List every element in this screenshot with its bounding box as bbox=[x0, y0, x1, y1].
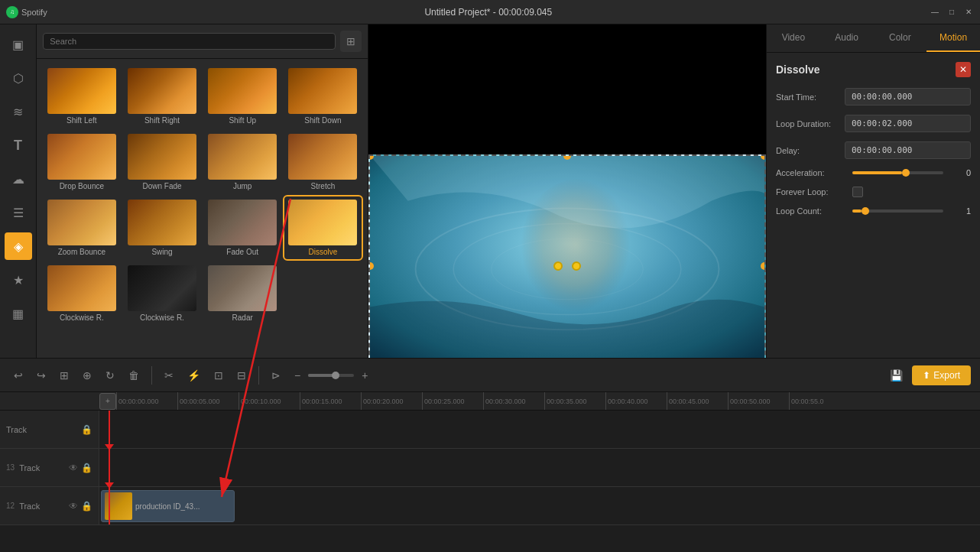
effect-zoom-bounce[interactable]: Zoom Bounce bbox=[43, 196, 120, 259]
loop-count-slider[interactable] bbox=[852, 209, 943, 213]
sidebar-item-media[interactable]: ▣ bbox=[5, 31, 32, 58]
effect-label-clockwise-r1: Clockwise R. bbox=[60, 313, 104, 322]
effect-thumbnail-shift-down bbox=[288, 68, 357, 114]
effect-label-down-fade: Down Fade bbox=[142, 182, 181, 190]
effect-label-shift-up: Shift Up bbox=[229, 116, 256, 125]
zoom-slider[interactable] bbox=[308, 374, 354, 377]
track-row-12: 12 Track 👁 🔒 production ID_43... bbox=[0, 487, 980, 525]
align-btn[interactable]: ⊟ bbox=[232, 366, 251, 385]
eye-icon-12[interactable]: 👁 bbox=[69, 501, 78, 511]
effect-dissolve[interactable]: Dissolve bbox=[284, 196, 362, 259]
save-btn[interactable]: 💾 bbox=[885, 366, 907, 385]
ruler-mark-7: 00:00:35.000 bbox=[544, 392, 605, 411]
grid-toggle-btn[interactable]: ⊞ bbox=[340, 31, 362, 52]
tab-motion[interactable]: Motion bbox=[926, 24, 980, 52]
track-row-13: 13 Track 👁 🔒 bbox=[0, 449, 980, 487]
effect-clockwise-r1[interactable]: Clockwise R. bbox=[43, 262, 120, 325]
sep1 bbox=[151, 366, 152, 385]
sidebar-item-motion[interactable]: ◈ bbox=[5, 232, 32, 260]
sidebar-item-effects[interactable]: ⬡ bbox=[5, 64, 32, 92]
ruler-mark-5: 00:00:25.000 bbox=[422, 392, 483, 411]
sidebar-item-star[interactable]: ★ bbox=[5, 266, 32, 294]
effects-search-bar: ⊞ bbox=[37, 24, 368, 59]
ruler-mark-8: 00:00:40.000 bbox=[605, 392, 667, 411]
sidebar-item-layers[interactable]: ☰ bbox=[5, 199, 32, 226]
minimize-btn[interactable]: — bbox=[930, 7, 940, 18]
playhead-13 bbox=[109, 449, 110, 486]
effect-thumbnail-clockwise-r2 bbox=[128, 265, 196, 311]
close-btn-window[interactable]: ✕ bbox=[963, 7, 974, 18]
titlebar: ♫ Spotify Untitled Project* - 00:00:09.0… bbox=[0, 0, 980, 24]
effect-thumbnail-shift-left bbox=[47, 68, 116, 114]
ruler-mark-6: 00:00:30.000 bbox=[483, 392, 544, 411]
clip-production-id[interactable]: production ID_43... bbox=[101, 490, 235, 522]
effect-swing[interactable]: Swing bbox=[123, 196, 200, 259]
effect-thumbnail-drop-bounce bbox=[47, 134, 116, 180]
effect-shift-left[interactable]: Shift Left bbox=[43, 65, 120, 128]
effect-jump[interactable]: Jump bbox=[204, 131, 281, 193]
effect-shift-up[interactable]: Shift Up bbox=[204, 65, 281, 128]
export-btn[interactable]: ⬆ Export bbox=[912, 365, 971, 385]
tab-video[interactable]: Video bbox=[767, 24, 820, 52]
forever-loop-checkbox[interactable] bbox=[852, 187, 863, 197]
add-track-btn[interactable]: ⊕ bbox=[78, 366, 96, 385]
center-dot-2[interactable] bbox=[572, 261, 581, 271]
lock-icon-top[interactable]: 🔒 bbox=[81, 424, 92, 435]
zoom-out-btn[interactable]: − bbox=[290, 366, 305, 385]
handle-mr[interactable] bbox=[761, 262, 766, 270]
maximize-btn[interactable]: □ bbox=[946, 7, 957, 18]
track-label-13: Track bbox=[19, 463, 40, 472]
loop-count-label: Loop Count: bbox=[776, 206, 852, 216]
effect-shift-down[interactable]: Shift Down bbox=[284, 65, 362, 128]
loop-duration-input[interactable] bbox=[845, 115, 971, 132]
motion-header: Dissolve ✕ bbox=[776, 62, 971, 77]
param-loop-duration: Loop Duration: bbox=[776, 115, 971, 132]
effect-radar[interactable]: Radar bbox=[204, 262, 281, 325]
sidebar-item-cloud[interactable]: ☁ bbox=[5, 165, 32, 193]
lock-icon-13[interactable]: 🔒 bbox=[81, 463, 92, 473]
marker-btn[interactable]: ⊳ bbox=[267, 366, 285, 385]
handle-tr[interactable] bbox=[761, 154, 766, 160]
redo-btn[interactable]: ↪ bbox=[32, 366, 50, 385]
delay-input[interactable] bbox=[845, 141, 971, 159]
acceleration-thumb[interactable] bbox=[902, 169, 910, 177]
zoom-in-btn[interactable]: + bbox=[357, 366, 372, 385]
effect-clockwise-r2[interactable]: Clockwise R. bbox=[123, 262, 200, 325]
undo-btn[interactable]: ↩ bbox=[9, 366, 28, 385]
effect-shift-right[interactable]: Shift Right bbox=[123, 65, 200, 128]
center-dot-1[interactable] bbox=[553, 261, 563, 271]
effect-label-swing: Swing bbox=[151, 248, 172, 256]
tab-color[interactable]: Color bbox=[874, 24, 927, 52]
start-time-input[interactable] bbox=[845, 88, 971, 106]
add-track-timeline-btn[interactable]: + bbox=[99, 393, 116, 410]
effect-label-jump: Jump bbox=[233, 182, 251, 190]
effect-stretch[interactable]: Stretch bbox=[284, 131, 362, 193]
sidebar-item-transitions[interactable]: ▦ bbox=[5, 300, 32, 327]
sidebar-item-audio[interactable]: ≋ bbox=[5, 98, 32, 125]
spotify-label: Spotify bbox=[21, 8, 47, 17]
track-icons-12: 👁 🔒 bbox=[69, 501, 92, 511]
delete-btn[interactable]: 🗑 bbox=[124, 366, 144, 385]
group-btn[interactable]: ⊞ bbox=[55, 366, 73, 385]
track-header-top: Track 🔒 bbox=[0, 411, 99, 448]
lock-icon-12[interactable]: 🔒 bbox=[81, 501, 92, 511]
tab-audio[interactable]: Audio bbox=[820, 24, 874, 52]
eye-icon-13[interactable]: 👁 bbox=[69, 463, 78, 473]
effect-fade-out[interactable]: Fade Out bbox=[204, 196, 281, 259]
ruler-mark-1: 00:00:05.000 bbox=[177, 392, 239, 411]
ruler-mark-9: 00:00:45.000 bbox=[667, 392, 728, 411]
crop-btn[interactable]: ⊡ bbox=[209, 366, 228, 385]
cut-btn[interactable]: ✂ bbox=[160, 366, 178, 385]
effect-drop-bounce[interactable]: Drop Bounce bbox=[43, 131, 120, 193]
acceleration-slider[interactable] bbox=[852, 171, 943, 174]
search-input[interactable] bbox=[43, 33, 336, 50]
loop-count-thumb[interactable] bbox=[862, 207, 869, 215]
zoom-thumb[interactable] bbox=[332, 372, 339, 379]
effect-thumbnail-jump bbox=[208, 134, 277, 180]
ruler-mark-3: 00:00:15.000 bbox=[300, 392, 361, 411]
refresh-btn[interactable]: ↻ bbox=[101, 366, 119, 385]
split-btn[interactable]: ⚡ bbox=[183, 366, 205, 385]
effect-down-fade[interactable]: Down Fade bbox=[123, 131, 200, 193]
close-motion-btn[interactable]: ✕ bbox=[956, 62, 971, 77]
sidebar-item-text[interactable]: T bbox=[5, 132, 32, 159]
